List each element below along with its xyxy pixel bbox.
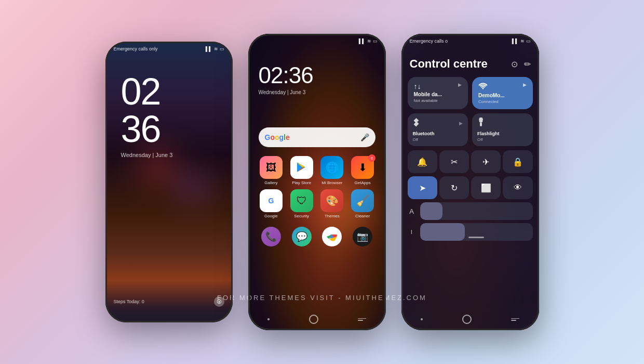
nav-back[interactable] — [267, 318, 270, 320]
wifi-arrow: ▶ — [523, 82, 527, 87]
watermark: FOR MORE THEMES VISIT - MIUITHEMEZ.COM — [217, 294, 427, 302]
google-icon: G — [260, 189, 283, 212]
status-icons-middle: ▌▌ ≋ ▭ — [359, 38, 378, 44]
wifi-toggle-icon — [478, 82, 488, 92]
nav-recents[interactable] — [358, 318, 366, 321]
google-label: Google — [264, 214, 278, 218]
signal-icon-left: ▌▌ — [206, 46, 212, 51]
app-grid: 🖼 Gallery Play Store 🌐 Mi Browser — [256, 156, 378, 252]
notification-toggle[interactable]: 🔔 — [408, 150, 437, 173]
volume-track[interactable] — [420, 223, 533, 241]
app-gallery[interactable]: 🖼 Gallery — [258, 156, 285, 185]
toggle-mobile-data[interactable]: ↑↓ ▶ Mobile da... Not available — [408, 77, 468, 109]
google-logo: Google — [265, 133, 290, 141]
bluetooth-status: Off — [413, 137, 463, 142]
camera-icon: 📷 — [353, 227, 372, 246]
bluetooth-icon — [413, 118, 420, 129]
browser-icon: 🌐 — [320, 156, 343, 179]
app-google[interactable]: G Google — [258, 189, 285, 218]
bt-expand-icon: ▶ — [459, 121, 463, 126]
mobile-data-name: Mobile da... — [414, 92, 462, 97]
wifi-icon-right: ≋ — [520, 38, 525, 44]
search-bar[interactable]: Google 🎤 — [259, 127, 375, 147]
app-phone[interactable]: 📞 — [258, 227, 285, 248]
phone-icon: 📞 — [261, 227, 281, 246]
volume-slider-row: I — [408, 223, 533, 241]
cc-header-icons: ⊙ ✏ — [511, 59, 531, 69]
wifi-icon-middle: ≋ — [367, 38, 371, 44]
lock-hour: 02 — [121, 73, 233, 110]
lock-toggle[interactable]: 🔒 — [503, 150, 532, 173]
mobile-data-arrow: ▶ — [458, 82, 462, 87]
security-icon: 🛡 — [290, 189, 313, 212]
gallery-icon: 🖼 — [260, 156, 283, 179]
phone-middle: ▌▌ ≋ ▭ 02:36 Wednesday | June 3 Google — [248, 34, 386, 330]
volume-label: I — [408, 229, 416, 235]
eye-toggle[interactable]: 👁 — [503, 176, 532, 199]
playstore-icon — [290, 156, 313, 179]
bottom-nav-right — [401, 315, 539, 324]
home-date: Wednesday | June 3 — [259, 89, 386, 95]
nav-back-right[interactable] — [421, 318, 423, 320]
cc-sliders: A I — [401, 202, 539, 241]
cc-medium-toggles: ▶ Bluetooth Off — [401, 113, 539, 146]
svg-rect-3 — [480, 122, 482, 126]
bluetooth-name: Bluetooth — [413, 131, 463, 136]
mobile-data-icon: ↑↓ — [414, 82, 421, 90]
flashlight-status: Off — [477, 137, 528, 142]
cleaner-icon: 🧹 — [351, 189, 374, 212]
app-messages[interactable]: 💬 — [288, 227, 315, 248]
signal-icon-right: ▌▌ — [512, 38, 519, 44]
brightness-track[interactable] — [420, 202, 533, 220]
screenshot-toggle[interactable]: ✂ — [439, 150, 469, 173]
phone-right: Emergency calls o ▌▌ ≋ ▭ Control centre … — [401, 34, 539, 330]
signal-icon-middle: ▌▌ — [359, 38, 366, 44]
app-cleaner[interactable]: 🧹 Cleaner — [349, 189, 376, 218]
expand-toggle[interactable]: ⬜ — [471, 176, 501, 199]
battery-icon-middle: ▭ — [373, 38, 378, 44]
themes-icon: 🎨 — [320, 189, 343, 212]
brightness-label: A — [408, 207, 416, 215]
phones-container: Emergency calls only ▌▌ ≋ ▭ 02 36 Wednes… — [105, 34, 539, 330]
steps-bar: Steps Today: 0 ⦿ — [114, 296, 224, 307]
lock-minute: 36 — [121, 110, 233, 148]
airplane-toggle[interactable]: ✈ — [471, 150, 501, 173]
app-camera[interactable]: 📷 — [349, 227, 376, 248]
toggle-wifi[interactable]: ▶ DemoMo... Connected — [472, 77, 533, 109]
settings-icon[interactable]: ⊙ — [511, 59, 518, 69]
wifi-status: Connected — [478, 99, 527, 104]
nav-recents-right[interactable] — [511, 318, 519, 321]
rotate-toggle[interactable]: ↻ — [439, 176, 469, 199]
location-toggle[interactable]: ➤ — [408, 176, 437, 199]
cc-title: Control centre — [410, 57, 488, 71]
bottom-nav-middle — [248, 315, 386, 324]
status-bar-left: Emergency calls only ▌▌ ≋ ▭ — [105, 42, 233, 56]
cc-icon-row-1: 🔔 ✂ ✈ 🔒 — [401, 150, 539, 173]
cleaner-label: Cleaner — [355, 214, 370, 218]
app-security[interactable]: 🛡 Security — [288, 189, 315, 218]
security-label: Security — [294, 214, 309, 218]
chrome-icon — [322, 227, 342, 246]
mic-icon[interactable]: 🎤 — [360, 133, 369, 141]
themes-label: Themes — [325, 214, 340, 218]
app-chrome[interactable] — [318, 227, 345, 248]
app-playstore[interactable]: Play Store — [288, 156, 315, 185]
gallery-label: Gallery — [264, 180, 277, 185]
app-row-3: 📞 💬 — [256, 227, 378, 248]
toggle-flashlight[interactable]: Flashlight Off — [472, 113, 533, 146]
phone-left: Emergency calls only ▌▌ ≋ ▭ 02 36 Wednes… — [105, 42, 233, 322]
cc-large-toggles: ↑↓ ▶ Mobile da... Not available — [401, 77, 539, 109]
app-browser[interactable]: 🌐 Mi Browser — [318, 156, 345, 185]
flashlight-icon — [477, 118, 485, 129]
app-getapps[interactable]: ⬇ 6 GetApps — [349, 156, 376, 185]
edit-icon[interactable]: ✏ — [524, 59, 531, 69]
nav-home[interactable] — [309, 315, 318, 324]
battery-icon-right: ▭ — [526, 38, 531, 44]
control-centre-overlay: Control centre ⊙ ✏ ↑↓ ▶ — [401, 34, 539, 330]
app-themes[interactable]: 🎨 Themes — [318, 189, 345, 218]
getapps-label: GetApps — [355, 180, 371, 185]
getapps-icon: ⬇ 6 — [351, 156, 374, 179]
status-icons-right: ▌▌ ≋ ▭ — [512, 38, 531, 44]
toggle-bluetooth[interactable]: ▶ Bluetooth Off — [408, 113, 468, 146]
nav-home-right[interactable] — [462, 315, 472, 324]
